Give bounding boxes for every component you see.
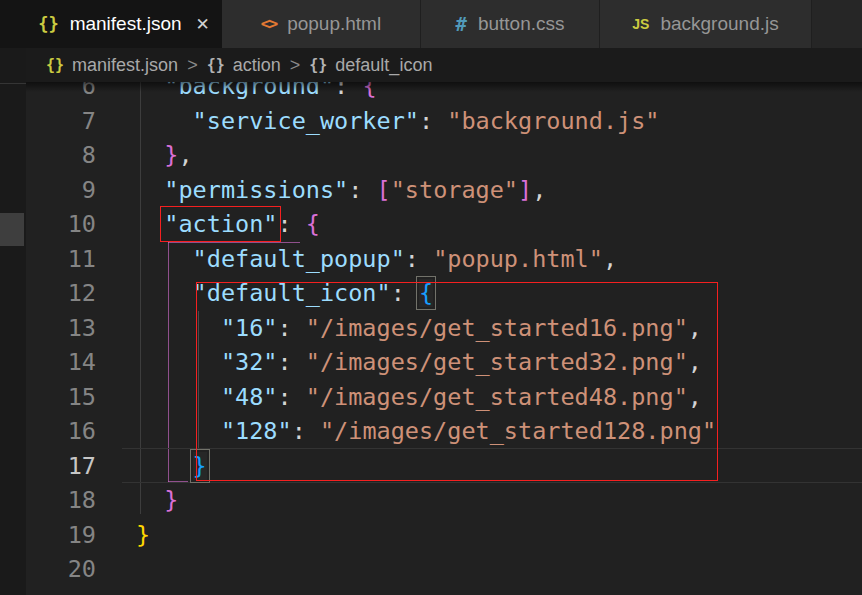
code-token: : — [348, 176, 376, 204]
line-number: 8 — [26, 138, 96, 173]
tab-label: background.js — [660, 13, 778, 35]
tab-label: popup.html — [287, 13, 381, 35]
line-number: 15 — [26, 380, 96, 415]
code-token: } — [164, 486, 178, 514]
code-token — [136, 486, 164, 514]
code-token: "permissions" — [164, 176, 348, 204]
line-number: 17 — [26, 449, 96, 484]
breadcrumb-label: default_icon — [335, 55, 432, 76]
current-line-highlight-bottom — [122, 482, 862, 483]
sidebar-divider — [0, 83, 26, 84]
annotation-box-default-icon-block — [196, 282, 718, 481]
chevron-right-icon: > — [281, 55, 310, 76]
json-file-icon: {} — [38, 16, 58, 33]
html-file-icon: <> — [261, 16, 276, 32]
code-line-18: } — [136, 483, 178, 518]
editor-scroll-shadow — [26, 82, 862, 92]
line-number: 11 — [26, 242, 96, 277]
line-number: 18 — [26, 483, 96, 518]
code-token — [136, 279, 193, 307]
line-number: 7 — [26, 104, 96, 139]
breadcrumb-label: action — [233, 55, 281, 76]
code-line-7: "service_worker": "background.js" — [136, 104, 660, 139]
breadcrumb-label: manifest.json — [72, 55, 178, 76]
symbol-object-icon: {} — [309, 58, 327, 73]
code-token: ] — [518, 176, 532, 204]
line-number: 14 — [26, 345, 96, 380]
annotation-box-action-key: "action" — [164, 210, 277, 238]
line-number: 16 — [26, 414, 96, 449]
tab-popup-html[interactable]: <>popup.html — [222, 0, 421, 48]
code-token: : — [277, 210, 305, 238]
tab-label: manifest.json — [70, 13, 182, 35]
code-token: , — [603, 245, 617, 273]
line-number: 13 — [26, 311, 96, 346]
code-token — [136, 141, 164, 169]
tab-background-js[interactable]: JSbackground.js — [600, 0, 812, 48]
code-line-10: "action": { — [136, 207, 320, 242]
code-token — [136, 107, 193, 135]
sidebar-edge — [0, 0, 26, 595]
symbol-object-icon: {} — [207, 58, 225, 73]
code-token: "background.js" — [447, 107, 659, 135]
close-icon[interactable]: ✕ — [196, 16, 210, 33]
tab-manifest-json[interactable]: {}manifest.json✕ — [26, 0, 222, 48]
code-line-11: "default_popup": "popup.html", — [136, 242, 617, 277]
code-token: "storage" — [391, 176, 518, 204]
tab-bar: {}manifest.json✕<>popup.html#button.cssJ… — [26, 0, 862, 48]
tab-button-css[interactable]: #button.css — [421, 0, 600, 48]
code-token: } — [164, 141, 178, 169]
line-number: 19 — [26, 518, 96, 553]
code-token — [136, 210, 164, 238]
line-number: 12 — [26, 276, 96, 311]
js-file-icon: JS — [632, 17, 649, 31]
chevron-right-icon: > — [178, 55, 207, 76]
line-number: 10 — [26, 207, 96, 242]
breadcrumb-item-manifest.json[interactable]: {}manifest.json — [46, 55, 178, 76]
code-token: [ — [377, 176, 391, 204]
breadcrumb-item-default_icon[interactable]: {}default_icon — [309, 55, 432, 76]
sidebar-edge-top — [0, 0, 26, 48]
css-file-icon: # — [455, 15, 466, 34]
json-icon: {} — [46, 58, 64, 73]
code-line-8: }, — [136, 138, 193, 173]
breadcrumb-item-action[interactable]: {}action — [207, 55, 281, 76]
line-number: 20 — [26, 552, 96, 587]
code-token: } — [136, 521, 150, 549]
code-line-19: } — [136, 518, 150, 553]
code-token: "popup.html" — [433, 245, 603, 273]
code-line-9: "permissions": ["storage"], — [136, 173, 546, 208]
code-token: : — [405, 245, 433, 273]
code-token: "service_worker" — [193, 107, 419, 135]
code-token — [136, 245, 193, 273]
code-token — [136, 176, 164, 204]
line-number: 9 — [26, 173, 96, 208]
code-editor[interactable]: 67891011121314151617181920 "background":… — [26, 82, 862, 595]
vscode-window: {}manifest.json✕<>popup.html#button.cssJ… — [0, 0, 862, 595]
code-token: , — [178, 141, 192, 169]
code-token — [136, 452, 193, 480]
sidebar-scrollbar-thumb[interactable] — [0, 213, 24, 246]
breadcrumb: {}manifest.json>{}action>{}default_icon — [26, 48, 862, 82]
code-token: "default_popup" — [193, 245, 405, 273]
code-token: { — [306, 210, 320, 238]
code-token: , — [532, 176, 546, 204]
code-token: : — [419, 107, 447, 135]
tab-label: button.css — [478, 13, 565, 35]
